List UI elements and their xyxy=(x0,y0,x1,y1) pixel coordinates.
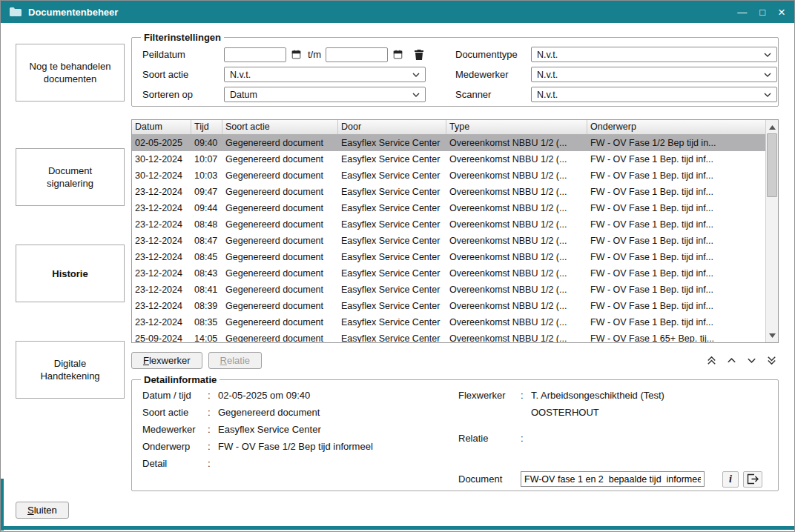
flexwerker-button[interactable]: Flexwerker xyxy=(131,352,202,369)
table-row[interactable]: 23-12-2024 08:41 Gegenereerd document Ea… xyxy=(132,282,765,298)
sidebar-tab-label: Nog te behandelen documenten xyxy=(25,60,115,85)
table-row[interactable]: 23-12-2024 08:39 Gegenereerd document Ea… xyxy=(132,298,765,314)
table-row[interactable]: 30-12-2024 10:03 Gegenereerd document Ea… xyxy=(132,167,765,184)
cell-onderwerp: FW - OV Fase 1 Bep. tijd inf... xyxy=(587,298,765,314)
app-frame-left-edge xyxy=(1,479,4,531)
cell-soort-actie: Gegenereerd document xyxy=(222,298,338,314)
table-row[interactable]: 23-12-2024 08:35 Gegenereerd document Ea… xyxy=(132,314,765,330)
chevron-down-icon xyxy=(764,73,771,77)
trash-icon[interactable] xyxy=(412,47,426,62)
vertical-scrollbar[interactable] xyxy=(765,120,778,342)
cell-datum: 23-12-2024 xyxy=(132,298,191,314)
detail-field-label: Datum / tijd xyxy=(142,387,208,404)
scroll-down-icon[interactable] xyxy=(766,330,778,341)
table-row[interactable]: 30-12-2024 10:07 Gegenereerd document Ea… xyxy=(132,151,765,167)
scanner-select[interactable]: N.v.t. xyxy=(531,87,777,102)
cell-tijd: 08:48 xyxy=(191,216,222,233)
table-row[interactable]: 23-12-2024 08:47 Gegenereerd document Ea… xyxy=(132,233,765,249)
column-header[interactable]: Onderwerp xyxy=(587,120,765,134)
document-info-button[interactable]: i xyxy=(722,471,739,488)
cell-soort-actie: Gegenereerd document xyxy=(222,330,338,342)
table-header: DatumTijdSoort actieDoorTypeOnderwerp xyxy=(132,120,765,135)
sluiten-button[interactable]: Sluiten xyxy=(16,502,69,519)
cell-datum: 02-05-2025 xyxy=(132,135,191,151)
cell-datum: 23-12-2024 xyxy=(132,314,191,330)
sidebar-tab-label: Digitale Handtekening xyxy=(25,357,115,382)
sorteren-op-select[interactable]: Datum xyxy=(224,87,426,102)
cell-onderwerp: FW - OV Fase 1 Bep. tijd inf... xyxy=(587,167,765,184)
detail-field-label: Soort actie xyxy=(142,404,208,421)
cell-tijd: 10:03 xyxy=(191,167,222,184)
table-row[interactable]: 25-09-2024 14:05 Gegenereerd document Ea… xyxy=(132,330,765,342)
table-row[interactable]: 23-12-2024 09:44 Gegenereerd document Ea… xyxy=(132,200,765,216)
table-row[interactable]: 23-12-2024 08:45 Gegenereerd document Ea… xyxy=(132,249,765,265)
cell-type: Overeenkomst NBBU 1/2 (... xyxy=(446,298,587,314)
peildatum-range: t/m xyxy=(224,47,426,62)
sidebar-tab[interactable]: Document signalering xyxy=(16,148,125,206)
filter-row-3: Sorteren op Datum Scanner N.v.t. xyxy=(142,84,778,104)
cell-datum: 23-12-2024 xyxy=(132,265,191,282)
cell-type: Overeenkomst NBBU 1/2 (... xyxy=(446,151,587,167)
cell-door: Easyflex Service Center xyxy=(338,249,446,265)
table-row[interactable]: 02-05-2025 09:40 Gegenereerd document Ea… xyxy=(132,135,765,151)
scrollbar-thumb[interactable] xyxy=(767,133,777,197)
table-row[interactable]: 23-12-2024 09:47 Gegenereerd document Ea… xyxy=(132,184,765,200)
table-row[interactable]: 23-12-2024 08:43 Gegenereerd document Ea… xyxy=(132,265,765,282)
column-header[interactable]: Type xyxy=(446,120,587,134)
cell-soort-actie: Gegenereerd document xyxy=(222,167,338,184)
documenttype-value: N.v.t. xyxy=(537,50,558,60)
cell-soort-actie: Gegenereerd document xyxy=(222,151,338,167)
cell-onderwerp: FW - OV Fase 1 65+ Bep. tij... xyxy=(587,330,765,342)
cell-type: Overeenkomst NBBU 1/2 (... xyxy=(446,282,587,298)
cell-onderwerp: FW - OV Fase 1 Bep. tijd inf... xyxy=(587,265,765,282)
window-title: Documentenbeheer xyxy=(28,7,118,18)
cell-onderwerp: FW - OV Fase 1 Bep. tijd inf... xyxy=(587,184,765,200)
detail-field-value: FW - OV Fase 1/2 Bep tijd informeel xyxy=(218,438,373,455)
cell-soort-actie: Gegenereerd document xyxy=(222,233,338,249)
document-export-icon[interactable] xyxy=(743,471,762,488)
scroll-up-icon[interactable] xyxy=(766,122,778,133)
cell-datum: 23-12-2024 xyxy=(132,184,191,200)
document-input[interactable] xyxy=(521,471,705,487)
cell-door: Easyflex Service Center xyxy=(338,233,446,249)
medewerker-select[interactable]: N.v.t. xyxy=(531,67,777,82)
document-field: Document i xyxy=(458,471,769,488)
folder-icon xyxy=(10,7,22,16)
peildatum-from-input[interactable] xyxy=(224,47,286,62)
calendar-icon[interactable] xyxy=(288,47,303,62)
column-header[interactable]: Datum xyxy=(132,120,191,134)
documenttype-select[interactable]: N.v.t. xyxy=(531,47,777,62)
cell-tijd: 10:07 xyxy=(191,151,222,167)
maximize-button[interactable]: □ xyxy=(759,7,765,17)
column-header[interactable]: Door xyxy=(338,120,446,134)
soort-actie-select[interactable]: N.v.t. xyxy=(224,67,426,82)
close-button[interactable]: × xyxy=(778,6,785,19)
last-record-icon[interactable] xyxy=(766,355,777,366)
peildatum-to-input[interactable] xyxy=(326,47,388,62)
detail-field-value: Gegenereerd document xyxy=(218,404,320,421)
next-record-icon[interactable] xyxy=(746,355,757,366)
cell-soort-actie: Gegenereerd document xyxy=(222,265,338,282)
column-header[interactable]: Tijd xyxy=(191,120,222,134)
calendar-icon[interactable] xyxy=(390,47,405,62)
cell-soort-actie: Gegenereerd document xyxy=(222,249,338,265)
table-row[interactable]: 23-12-2024 08:48 Gegenereerd document Ea… xyxy=(132,216,765,233)
cell-onderwerp: FW - OV Fase 1/2 Bep tijd in... xyxy=(587,135,765,151)
detail-field-value: Easyflex Service Center xyxy=(218,421,321,438)
sorteren-op-label: Sorteren op xyxy=(142,89,224,100)
first-record-icon[interactable] xyxy=(706,355,717,366)
cell-door: Easyflex Service Center xyxy=(338,184,446,200)
relatie-button[interactable]: Relatie xyxy=(208,352,262,369)
documentenbeheer-window: Documentenbeheer — □ × Nog te behandelen… xyxy=(0,0,795,532)
detail-field: Datum / tijd : 02-05-2025 om 09:40 xyxy=(142,387,454,404)
flexwerker-field: Flexwerker : T. Arbeidsongeschiktheid (T… xyxy=(458,387,769,404)
cell-door: Easyflex Service Center xyxy=(338,330,446,342)
sidebar-tab[interactable]: Historie xyxy=(16,245,125,302)
app-frame-bottom-edge xyxy=(1,526,794,530)
sidebar-tab[interactable]: Nog te behandelen documenten xyxy=(16,44,125,102)
sidebar-tab[interactable]: Digitale Handtekening xyxy=(16,341,125,399)
cell-door: Easyflex Service Center xyxy=(338,167,446,184)
previous-record-icon[interactable] xyxy=(726,355,737,366)
minimize-button[interactable]: — xyxy=(737,7,747,17)
column-header[interactable]: Soort actie xyxy=(222,120,338,134)
